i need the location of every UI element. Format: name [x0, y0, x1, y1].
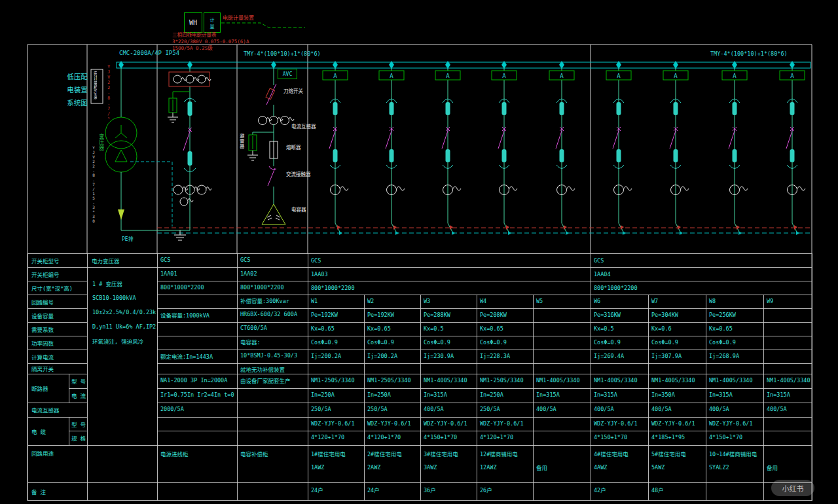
wh-meter-label: WH [189, 19, 197, 26]
table-cell: Kx=0.65 [478, 322, 532, 334]
table-cell: 电源进线柜 [158, 447, 234, 460]
table-cell: W9 [765, 295, 811, 307]
table-cell: SYALZ2 [707, 461, 762, 473]
table-cell: 电 流 [69, 388, 86, 403]
table-grid-line [308, 253, 308, 501]
table-cell: 3#楼住宅用电 [422, 447, 475, 459]
table-cell [765, 350, 811, 362]
table-cell: SCB10-1000kVA [90, 291, 156, 304]
table-cell: In=250A [365, 388, 419, 401]
table-grid-line [420, 295, 421, 501]
table-cell: 设备容量 [29, 308, 86, 322]
table-cell: Pe=192KW [365, 308, 419, 321]
table-cell: 26户 [478, 483, 532, 495]
table-cell: 10~14#楼商铺用电 [707, 447, 762, 459]
diagram-title-line: 电装置 [65, 86, 89, 94]
table-cell [534, 447, 589, 459]
incoming-cable-label: YJV22-8.7/15kV-3*300 [106, 64, 111, 119]
table-cell: WDZ-YJY-0.6/1 [422, 417, 475, 429]
table-cell [534, 431, 589, 443]
table-cell: Pe=288KW [422, 308, 475, 321]
ammeter-label: A [790, 73, 794, 79]
table-grid-line [706, 295, 706, 501]
table-cell [765, 431, 811, 443]
table-cell: W5 [534, 295, 589, 307]
busway-label: CMC-2000A/4P IP54 [119, 50, 179, 57]
table-cell: In=350A [649, 388, 704, 401]
table-cell: In=315A [422, 388, 475, 401]
metering-spec-line: 3*220/380V 0.075-0.075(6)A [172, 39, 249, 45]
table-cell: 额定电流:In=1443A [158, 350, 234, 363]
equipment-label-ct: 电流互感器 [291, 124, 316, 130]
table-cell: 42户 [592, 483, 647, 495]
table-grid-line [533, 295, 534, 501]
table-cell: 电容器: [238, 336, 305, 348]
table-cell: 400/5A [422, 403, 475, 415]
table-cell: 800*1000*2200 [309, 281, 388, 295]
table-cell: D,yn11 Uk=6% AF,IP20 [90, 320, 156, 333]
table-cell: 12AWZ [478, 461, 532, 473]
table-cell: 断路器 [29, 374, 67, 403]
table-cell: 36户 [422, 483, 475, 495]
table-cell: 250/5A [478, 403, 532, 415]
table-cell: CT600/5A [238, 322, 305, 334]
table-cell: W8 [707, 295, 762, 307]
table-cell: GCS [158, 253, 234, 266]
table-cell: 48户 [649, 483, 704, 495]
table-cell: 环氧浇注, 强迫风冷 [90, 334, 156, 348]
metering-ct-box [169, 72, 210, 86]
busbar-spec-label-right: TMY-4*(100*10)+1*(80*6) [710, 51, 788, 57]
metering-spec-line: 1500/5A 0.2S级 [172, 46, 213, 51]
table-cell: 功率因数 [29, 336, 86, 350]
table-cell: W7 [649, 295, 704, 307]
feeder-branch: A [435, 61, 461, 235]
table-cell [534, 322, 589, 334]
ammeter-label: A [502, 73, 506, 79]
table-cell: 800*1000*2200 [592, 281, 670, 295]
feeder-branch: A [379, 61, 405, 235]
table-cell: 4AWZ [592, 461, 647, 473]
table-cell: CosΦ=0.9 [592, 336, 647, 348]
table-cell: CosΦ=0.9 [649, 336, 704, 348]
metering-note: 电能计量装置 [223, 16, 254, 22]
ammeter-label: A [446, 73, 450, 79]
table-cell: NM1-400S/3340 [534, 374, 589, 386]
table-cell: CosΦ=0.9 [422, 336, 475, 348]
feeder-branch: A [492, 61, 517, 235]
table-cell: NA1-2000 3P In=2000A [158, 374, 234, 387]
table-cell: 电流互感器 [29, 403, 86, 417]
table-cell: NM1-400S/3340 [649, 374, 704, 386]
table-cell: Ir1=0.75In Ir2=4In t=0.4s [158, 388, 234, 401]
main-busbar [117, 62, 811, 68]
table-cell: Kx=0.5 [592, 322, 647, 334]
table-cell: 4#楼住宅用电 [592, 447, 647, 459]
ground-symbol [174, 230, 186, 240]
table-cell: 4*120+1*70 [365, 431, 419, 443]
table-cell: Kx=0.6 [649, 322, 704, 334]
table-cell [534, 336, 589, 348]
table-cell: WDZ-YJY-0.6/1 [309, 417, 363, 429]
table-cell: Kx=0.5 [422, 322, 475, 334]
table-cell: 设备容量:1000kVA [158, 308, 234, 321]
table-cell: 回路用途 [29, 447, 86, 459]
table-grid-line [763, 295, 764, 501]
equipment-label-fuse: 熔断器 [286, 145, 301, 151]
table-cell: Ij=228.3A [478, 350, 532, 362]
transformer-label: 变压器 [98, 134, 103, 160]
table-cell: 4*120+1*70 [309, 431, 363, 443]
table-cell: GCS [309, 253, 388, 267]
table-cell: 1AA01 [158, 267, 234, 280]
ammeter-label: A [560, 73, 564, 79]
table-cell: 2000/5A [158, 403, 234, 416]
table-cell [534, 308, 589, 321]
ground-symbol [168, 113, 178, 122]
table-cell: CosΦ=0.9 [309, 336, 363, 348]
table-cell: In=315A [707, 388, 762, 401]
table-cell: 400/5A [765, 403, 811, 415]
diagram-title-line: 系统图 [65, 99, 89, 107]
incoming-source-label: 由计量柜引来 [92, 71, 97, 102]
table-cell: 4*120+1*70 [478, 431, 532, 443]
table-cell: W1 [309, 295, 363, 307]
table-cell: 开关柜型号 [29, 253, 86, 267]
wh-meter-box: WH [184, 12, 202, 33]
